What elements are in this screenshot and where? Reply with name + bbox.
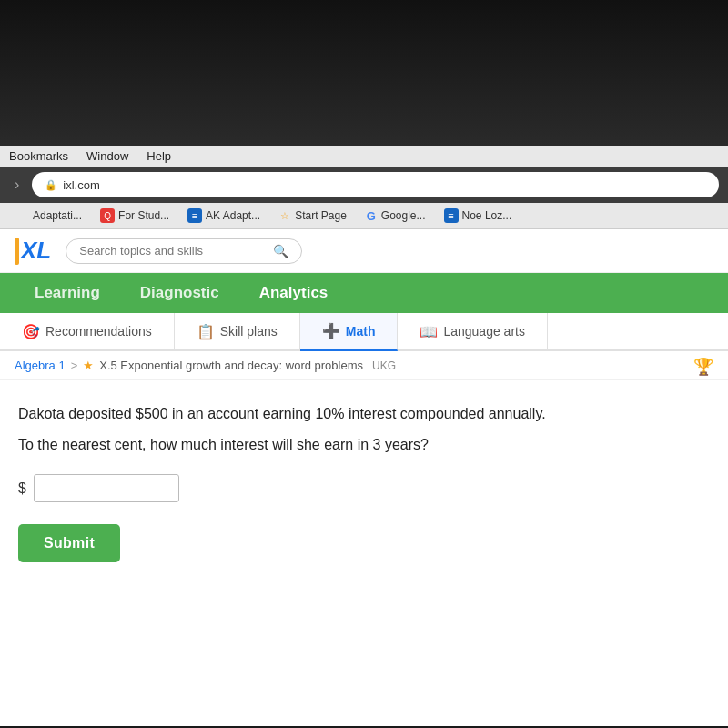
bookmark-google[interactable]: G Google... <box>358 207 433 224</box>
tab-language-arts-label: Language arts <box>443 324 525 339</box>
recommendations-icon: 🎯 <box>22 323 40 340</box>
tab-language-arts[interactable]: 📖 Language arts <box>398 313 548 349</box>
menu-bookmarks[interactable]: Bookmarks <box>9 149 68 163</box>
bookmark-startpage[interactable]: ☆ Start Page <box>271 207 354 224</box>
ixl-logo-bar <box>15 238 19 265</box>
tab-recommendations-label: Recommendations <box>46 324 152 339</box>
breadcrumb-separator: > <box>71 359 78 372</box>
tab-math-label: Math <box>346 324 376 339</box>
bookmark-label-startpage: Start Page <box>295 209 347 222</box>
url-display: ixl.com <box>63 178 99 192</box>
lock-icon: 🔒 <box>45 179 57 191</box>
ixl-logo: XL <box>15 237 51 265</box>
trophy-icon: 🏆 <box>688 351 719 382</box>
bookmark-forstud[interactable]: Q For Stud... <box>93 207 177 225</box>
sub-nav: 🎯 Recommendations 📋 Skill plans ➕ Math 📖… <box>0 313 728 351</box>
breadcrumb-star: ★ <box>83 359 94 372</box>
menu-bar: Bookmarks Window Help <box>0 146 728 167</box>
back-button[interactable]: › <box>9 175 25 195</box>
problem-area: Dakota deposited $500 in an account earn… <box>0 380 728 584</box>
breadcrumb: Algebra 1 > ★ X.5 Exponential growth and… <box>0 351 728 380</box>
problem-line2: To the nearest cent, how much interest w… <box>18 433 710 457</box>
submit-button[interactable]: Submit <box>18 524 120 562</box>
bookmark-adaptati[interactable]: Adaptati... <box>9 207 89 224</box>
tab-skill-plans-label: Skill plans <box>220 324 278 339</box>
laptop-top-bezel <box>0 0 728 146</box>
language-arts-icon: 📖 <box>420 323 438 340</box>
bookmark-icon-startpage: ☆ <box>278 209 291 222</box>
bookmark-akadapt[interactable]: ≡ AK Adapt... <box>180 207 268 225</box>
ixl-header: XL 🔍 <box>0 229 728 273</box>
bookmark-icon-google: G <box>365 209 378 222</box>
tab-math[interactable]: ➕ Math <box>300 313 399 351</box>
nav-learning[interactable]: Learning <box>15 273 120 313</box>
answer-input[interactable] <box>34 474 179 502</box>
menu-window[interactable]: Window <box>86 149 128 163</box>
breadcrumb-current: X.5 Exponential growth and decay: word p… <box>99 359 363 372</box>
tab-recommendations[interactable]: 🎯 Recommendations <box>0 313 175 349</box>
tab-skill-plans[interactable]: 📋 Skill plans <box>175 313 300 349</box>
breadcrumb-parent[interactable]: Algebra 1 <box>15 359 66 372</box>
bookmark-label-forstud: For Stud... <box>118 209 169 222</box>
bookmark-label-noeloz: Noe Loz... <box>462 209 512 222</box>
skill-plans-icon: 📋 <box>197 323 215 340</box>
bookmarks-bar: Adaptati... Q For Stud... ≡ AK Adapt... … <box>0 203 728 229</box>
ixl-logo-text: XL <box>21 237 51 265</box>
bookmark-icon-noeloz: ≡ <box>444 208 459 223</box>
nav-analytics[interactable]: Analytics <box>239 273 349 313</box>
menu-help[interactable]: Help <box>147 149 171 163</box>
green-nav: Learning Diagnostic Analytics <box>0 273 728 313</box>
bookmark-label-adaptati: Adaptati... <box>33 209 82 222</box>
address-bar[interactable]: 🔒 ixl.com <box>32 172 719 197</box>
dollar-sign: $ <box>18 480 26 497</box>
bookmark-label-google: Google... <box>381 209 426 222</box>
bookmark-icon-forstud: Q <box>100 208 115 223</box>
problem-line1: Dakota deposited $500 in an account earn… <box>18 402 710 426</box>
address-bar-row: › 🔒 ixl.com <box>0 167 728 203</box>
bookmark-noeloz[interactable]: ≡ Noe Loz... <box>437 207 520 225</box>
bookmark-label-akadapt: AK Adapt... <box>206 209 260 222</box>
search-input[interactable] <box>79 244 266 258</box>
bookmark-icon-adaptati <box>16 209 29 222</box>
search-icon: 🔍 <box>273 244 288 258</box>
answer-row: $ <box>18 474 710 502</box>
math-icon: ➕ <box>322 322 340 339</box>
browser-content: XL 🔍 Learning Diagnostic Analytics 🎯 Rec… <box>0 229 728 726</box>
bookmark-icon-akadapt: ≡ <box>187 208 202 223</box>
search-box[interactable]: 🔍 <box>66 238 302 264</box>
nav-diagnostic[interactable]: Diagnostic <box>120 273 239 313</box>
breadcrumb-badge: UKG <box>372 359 396 372</box>
